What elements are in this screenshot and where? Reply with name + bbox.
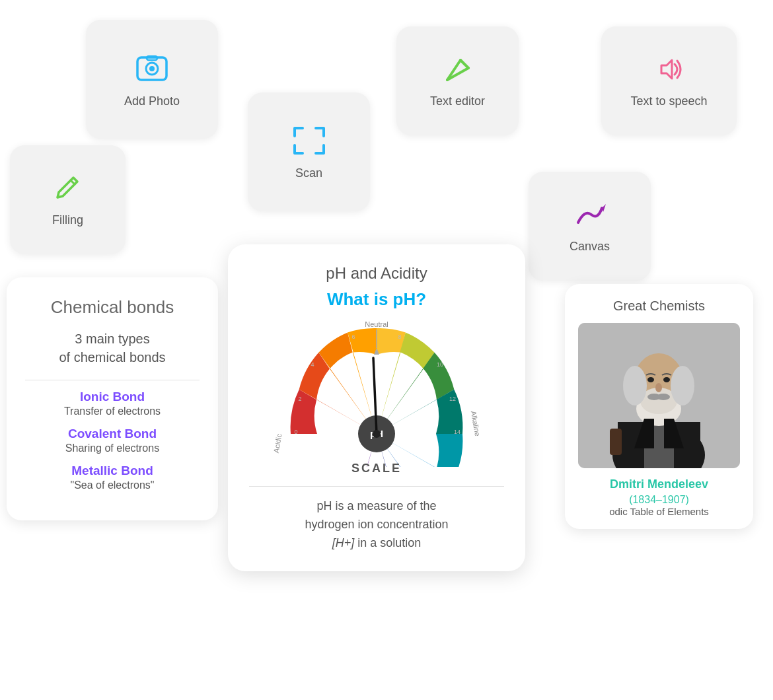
svg-point-33: [623, 366, 647, 405]
text-to-speech-card[interactable]: Text to speech: [601, 26, 737, 135]
svg-point-34: [671, 366, 694, 405]
chemist-name: Dmitri Mendeleev: [578, 477, 740, 491]
ph-description: pH is a measure of thehydrogen ion conce…: [249, 497, 504, 553]
ionic-bond-item: Ionic Bond Transfer of electrons: [25, 390, 200, 417]
svg-point-25: [373, 430, 381, 438]
ph-divider: [249, 486, 504, 487]
add-photo-icon: [135, 51, 169, 88]
svg-text:Acidic: Acidic: [272, 433, 283, 453]
metallic-bond-desc: "Sea of electrons": [25, 479, 200, 491]
metallic-bond-name: Metallic Bond: [25, 464, 200, 478]
chemist-card: Great Chemists: [565, 284, 753, 529]
text-to-speech-label: Text to speech: [630, 94, 707, 108]
svg-point-3: [149, 66, 155, 71]
svg-text:8: 8: [398, 333, 401, 340]
svg-text:12: 12: [449, 396, 456, 402]
scan-label: Scan: [295, 166, 322, 180]
svg-text:10: 10: [437, 361, 443, 368]
ph-gauge: Neutral Acidic Alkaline 2 4 6 8 10 12 14…: [249, 322, 504, 475]
svg-text:0: 0: [294, 429, 297, 435]
chemist-years: (1834–1907): [578, 494, 740, 506]
ionic-bond-name: Ionic Bond: [25, 390, 200, 404]
svg-line-7: [71, 180, 75, 184]
chemist-title: Great Chemists: [578, 298, 740, 314]
add-photo-label: Add Photo: [124, 94, 180, 108]
add-photo-card[interactable]: Add Photo: [86, 20, 218, 139]
chemist-photo: [578, 323, 740, 468]
ph-scale-label: SCALE: [351, 462, 402, 475]
svg-text:6: 6: [351, 333, 355, 340]
canvas-card[interactable]: Canvas: [529, 172, 651, 281]
ionic-bond-desc: Transfer of electrons: [25, 405, 200, 417]
covalent-bond-desc: Sharing of electrons: [25, 442, 200, 454]
filling-icon: [54, 172, 83, 207]
covalent-bond-name: Covalent Bond: [25, 427, 200, 441]
ph-acidity-card: pH and Acidity What is pH?: [228, 244, 525, 571]
text-to-speech-icon: [652, 53, 686, 88]
metallic-bond-item: Metallic Bond "Sea of electrons": [25, 464, 200, 491]
filling-card[interactable]: Filling: [10, 145, 126, 254]
svg-text:14: 14: [454, 429, 460, 435]
filling-label: Filling: [52, 213, 83, 227]
canvas-icon: [573, 199, 607, 233]
svg-line-5: [460, 60, 468, 68]
chemical-bonds-title: Chemical bonds: [25, 297, 200, 318]
svg-point-41: [657, 394, 670, 400]
text-editor-card[interactable]: Text editor: [396, 26, 519, 135]
scan-icon: [291, 124, 328, 160]
svg-point-37: [647, 377, 654, 382]
svg-point-38: [663, 377, 670, 382]
covalent-bond-item: Covalent Bond Sharing of electrons: [25, 427, 200, 454]
text-editor-icon: [442, 53, 474, 88]
chemist-periodic-table: odic Table of Elements: [578, 506, 740, 517]
ph-title: pH and Acidity: [249, 264, 504, 283]
svg-point-39: [655, 383, 662, 392]
scan-card[interactable]: Scan: [248, 92, 370, 211]
divider: [25, 380, 200, 380]
svg-text:Neutral: Neutral: [365, 322, 388, 328]
text-editor-label: Text editor: [430, 94, 485, 108]
ph-subtitle: What is pH?: [249, 289, 504, 310]
svg-text:Alkaline: Alkaline: [470, 410, 482, 437]
svg-text:2: 2: [298, 396, 301, 402]
svg-rect-42: [610, 429, 622, 455]
canvas-label: Canvas: [570, 240, 610, 254]
svg-text:4: 4: [311, 361, 314, 368]
chemical-bonds-subtitle: 3 main typesof chemical bonds: [25, 330, 200, 367]
chemical-bonds-card: Chemical bonds 3 main typesof chemical b…: [7, 277, 218, 520]
